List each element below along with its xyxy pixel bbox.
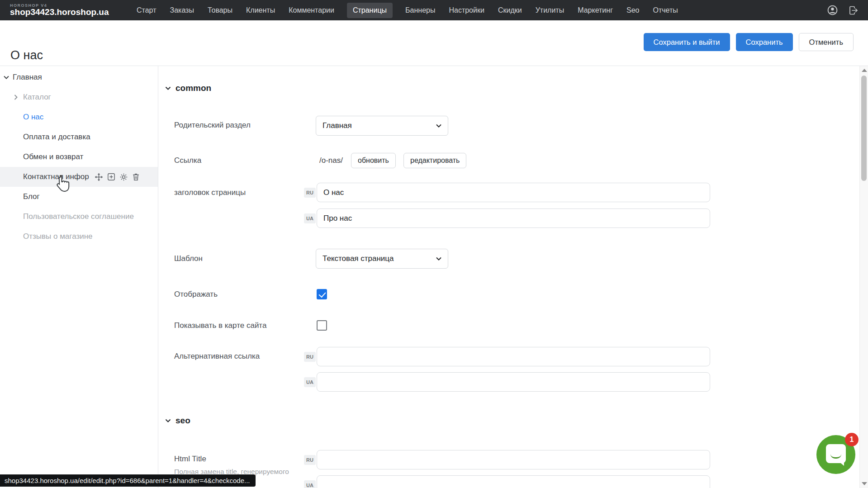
- scrollbar-thumb[interactable]: [861, 76, 867, 181]
- chevron-down-icon: [4, 76, 9, 79]
- alt-link-ua-input[interactable]: [317, 372, 710, 392]
- nav-item[interactable]: Отчеты: [652, 3, 678, 18]
- header-buttons: Сохранить и выйти Сохранить Отменить: [644, 33, 854, 51]
- alt-link-ua-group: UA: [304, 372, 710, 392]
- chevron-down-icon: [165, 419, 171, 423]
- tree-down-toggle[interactable]: [4, 76, 13, 79]
- page-title-ua-input[interactable]: [317, 208, 710, 228]
- chevron-right-icon: [14, 95, 18, 100]
- lang-ua-tag: UA: [304, 480, 316, 488]
- html-title-ua-input[interactable]: [317, 475, 710, 488]
- nav-item[interactable]: Комментарии: [288, 3, 335, 18]
- field-label: Родительский раздел: [174, 121, 251, 130]
- nav-item[interactable]: Клиенты: [245, 3, 276, 18]
- settings-gear-icon[interactable]: [119, 173, 128, 181]
- move-icon[interactable]: [95, 173, 103, 181]
- sidebar-item[interactable]: Обмен и возврат: [0, 147, 158, 167]
- nav-item[interactable]: Настройки: [448, 3, 485, 18]
- nav-item[interactable]: Товары: [207, 3, 233, 18]
- status-url-bar: shop34423.horoshop.ua/edit/edit.php?id=6…: [0, 474, 256, 487]
- sidebar-item[interactable]: О нас: [0, 107, 158, 127]
- field-label: заголовок страницы: [174, 188, 246, 197]
- lang-ru-tag: RU: [304, 352, 316, 362]
- tree-right-toggle[interactable]: [14, 95, 23, 100]
- nav-item[interactable]: Страницы: [347, 3, 393, 18]
- lang-ru-tag: RU: [304, 455, 316, 465]
- lang-ru-tag: RU: [304, 188, 316, 198]
- logout-icon[interactable]: [848, 5, 859, 16]
- template-select[interactable]: Текстовая страница: [316, 249, 448, 269]
- save-button[interactable]: Сохранить: [736, 33, 793, 51]
- add-page-icon[interactable]: [107, 173, 115, 181]
- topbar: HOROSHOP V4 shop34423.horoshop.ua СтартЗ…: [0, 0, 868, 20]
- link-edit-button[interactable]: редактировать: [403, 153, 466, 168]
- brand-domain: shop34423.horoshop.ua: [10, 8, 123, 17]
- chat-unread-badge: 1: [845, 433, 859, 446]
- sidebar-item-label: О нас: [23, 113, 43, 122]
- save-and-exit-button[interactable]: Сохранить и выйти: [644, 33, 730, 51]
- nav-item[interactable]: Маркетинг: [577, 3, 614, 18]
- sidebar-item[interactable]: Блог: [0, 187, 158, 207]
- sitemap-checkbox[interactable]: [317, 320, 327, 331]
- select-value: Текстовая страница: [323, 254, 394, 263]
- brand: HOROSHOP V4 shop34423.horoshop.ua: [10, 4, 123, 17]
- lang-ua-tag: UA: [304, 213, 316, 223]
- nav-item[interactable]: Seo: [626, 3, 640, 18]
- section-title: seo: [175, 416, 190, 426]
- page-title-ua-group: UA: [304, 208, 710, 228]
- field-label: Альтернативная ссылка: [174, 352, 260, 361]
- pages-tree: ГлавнаяКаталогО насОплата и доставкаОбме…: [0, 66, 158, 488]
- lang-ua-tag: UA: [304, 377, 316, 387]
- sidebar-item[interactable]: Главная: [0, 67, 158, 87]
- link-update-button[interactable]: обновить: [351, 153, 396, 168]
- sidebar-item-label: Каталог: [23, 93, 51, 102]
- field-label: Показывать в карте сайта: [174, 321, 266, 330]
- sidebar-item-label: Отзывы о магазине: [23, 232, 93, 241]
- sidebar-item[interactable]: Контактная инфор: [0, 167, 158, 187]
- html-title-ru-group: RU: [304, 450, 710, 469]
- parent-section-select[interactable]: Главная: [316, 116, 448, 136]
- sidebar-item[interactable]: Каталог: [0, 87, 158, 107]
- display-checkbox[interactable]: [317, 289, 327, 299]
- sidebar-item[interactable]: Оплата и доставка: [0, 127, 158, 147]
- page-title-ru-group: RU: [304, 183, 710, 202]
- field-label: Ссылка: [174, 156, 201, 165]
- page-title-ru-input[interactable]: [317, 183, 710, 202]
- account-icon[interactable]: [827, 5, 838, 16]
- html-title-ua-group: UA: [304, 475, 710, 488]
- sidebar-item-label: Пользовательское соглашение: [23, 212, 134, 221]
- sidebar-item-label: Обмен и возврат: [23, 152, 83, 161]
- nav-item[interactable]: Утилиты: [535, 3, 565, 18]
- html-title-ru-input[interactable]: [317, 450, 710, 469]
- field-label: Шаблон: [174, 254, 203, 263]
- sidebar-item[interactable]: Пользовательское соглашение: [0, 207, 158, 227]
- nav-item[interactable]: Старт: [136, 3, 157, 18]
- chevron-down-icon: [436, 257, 441, 261]
- sidebar-item-label: Оплата и доставка: [23, 133, 90, 142]
- scroll-down-arrow-icon[interactable]: [862, 482, 867, 485]
- alt-link-ru-input[interactable]: [317, 347, 710, 366]
- section-common[interactable]: common: [165, 83, 211, 93]
- cancel-button[interactable]: Отменить: [799, 33, 854, 51]
- chat-bubble-icon: [826, 444, 846, 463]
- sidebar-item[interactable]: Отзывы о магазине: [0, 227, 158, 246]
- sidebar-item-label: Блог: [23, 192, 40, 201]
- chat-launcher-button[interactable]: 1: [816, 435, 855, 474]
- chevron-down-icon: [165, 86, 171, 90]
- nav-item[interactable]: Скидки: [497, 3, 523, 18]
- nav-item[interactable]: Баннеры: [404, 3, 436, 18]
- status-url: shop34423.horoshop.ua/edit/edit.php?id=6…: [5, 477, 250, 484]
- nav-item[interactable]: Заказы: [169, 3, 194, 18]
- section-seo[interactable]: seo: [165, 416, 190, 426]
- chat-smile-icon: [830, 454, 841, 459]
- sidebar-item-label: Контактная инфор: [23, 172, 89, 181]
- horoshop-admin: HOROSHOP V4 shop34423.horoshop.ua СтартЗ…: [0, 0, 868, 488]
- sidebar-item-label: Главная: [13, 73, 42, 82]
- delete-trash-icon[interactable]: [132, 173, 140, 181]
- scroll-up-arrow-icon[interactable]: [862, 69, 867, 72]
- scrollbar[interactable]: [859, 66, 868, 488]
- alt-link-ru-group: RU: [304, 347, 710, 366]
- form-area: common Родительский раздел Главная Ссылк…: [158, 66, 859, 488]
- main-nav: СтартЗаказыТоварыКлиентыКомментарииСтран…: [136, 3, 679, 18]
- page-header: О нас Сохранить и выйти Сохранить Отмени…: [0, 20, 868, 66]
